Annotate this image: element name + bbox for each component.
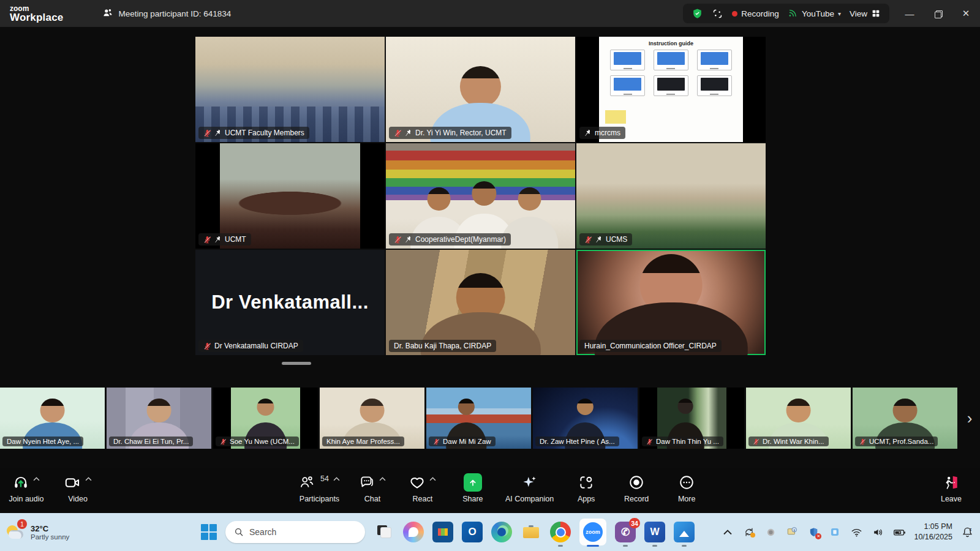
viber-icon[interactable]: 34 [615,522,636,542]
info-window-icon[interactable]: i [785,525,799,539]
chevron-up-icon[interactable] [333,477,340,481]
participant-name-tag: mcrcms [579,127,625,139]
copilot-icon[interactable] [403,522,424,542]
clock-time: 1:05 PM [914,522,952,532]
muted-mic-icon [203,342,211,350]
slide-monitor-graphic [697,75,732,96]
muted-mic-icon [220,438,227,445]
notification-bell-icon[interactable]: z [960,525,974,539]
video-tile-hurain-active-speaker[interactable]: Hurain_Communication Officer_CIRDAP [576,250,766,355]
participant-name-tag: CooperativeDept(Myanmar) [389,233,511,246]
apps-icon [578,474,594,490]
gallery-resize-handle[interactable] [282,362,311,365]
restore-button[interactable] [924,0,952,27]
tray-chevron-up-icon[interactable] [721,525,734,539]
film-tile[interactable]: Daw Nyein Htet Aye, ... [0,388,105,449]
video-tile-mcrcms-share[interactable]: Instruction guide mcrcms [576,37,766,142]
sync-icon[interactable] [742,525,756,539]
photos-icon[interactable] [674,522,695,542]
participant-name-tag: Dr. Yi Yi Win, Rector, UCMT [389,127,511,139]
taskbar-clock[interactable]: 1:05 PM 10/16/2025 [914,522,952,542]
leave-label: Leave [941,495,962,503]
defender-alert-badge: ✕ [815,533,821,539]
video-tile-babu-kaji-thapa[interactable]: Dr. Babu Kaji Thapa, CIRDAP [386,250,575,355]
film-tile[interactable]: Dr. Zaw Htet Pine ( As... [533,388,638,449]
windows-taskbar: 1 32°C Partly sunny Search zoom 34 [0,513,980,551]
film-tile[interactable]: Dr. Chaw Ei Ei Tun, Pr... [107,388,211,449]
react-button[interactable]: React [405,473,440,503]
edge-icon[interactable] [491,522,512,542]
filmstrip-next-button[interactable]: › [962,408,978,429]
participant-name: CooperativeDept(Myanmar) [415,235,506,244]
more-button[interactable]: More [669,473,704,503]
join-audio-button[interactable]: Join audio [9,473,44,503]
film-tile[interactable]: Daw Mi Mi Zaw [426,388,531,449]
film-tile[interactable]: Soe Yu Nwe (UCM... [213,388,318,449]
film-tile[interactable]: Dr. Wint War Khin... [746,388,851,449]
participant-name: Daw Mi Mi Zaw [443,438,491,445]
tray-app-icon[interactable] [764,525,777,539]
word-icon[interactable] [644,522,665,542]
recording-label: Recording [741,9,779,18]
video-tile-ucmt-faculty[interactable]: UCMT Faculty Members [195,37,385,142]
video-tile-ucms[interactable]: UCMS [576,143,766,249]
participant-name-tag: Daw Mi Mi Zaw [429,437,496,446]
connection-quality-icon[interactable] [712,8,723,20]
meeting-participant-id: Meeting participant ID: 641834 [118,9,231,18]
chevron-up-icon[interactable] [379,477,386,481]
battery-icon[interactable] [892,525,906,539]
pin-icon [584,129,592,137]
recording-indicator[interactable]: Recording [732,9,779,18]
zoom-app-icon[interactable]: zoom [579,519,606,545]
film-tile[interactable]: UCMT, Prof.Sanda... [853,388,957,449]
video-button[interactable]: Video [60,473,96,503]
video-tile-rector[interactable]: Dr. Yi Yi Win, Rector, UCMT [386,37,575,142]
leave-button[interactable]: Leave [933,473,969,503]
muted-mic-icon [433,438,440,445]
search-icon [234,527,244,537]
weather-badge: 1 [17,519,27,529]
chevron-up-icon[interactable] [33,477,40,481]
volume-icon[interactable] [871,525,884,539]
ai-companion-button[interactable]: AI Companion [505,473,554,503]
chevron-up-icon[interactable] [85,477,92,481]
taskbar-weather-widget[interactable]: 1 32°C Partly sunny [5,522,127,542]
defender-shield-icon[interactable]: ✕ [807,525,820,539]
participant-name: Dr. Babu Kaji Thapa, CIRDAP [394,342,491,350]
taskbar-search[interactable]: Search [225,521,365,543]
recording-dot-icon [732,11,737,17]
file-explorer-icon[interactable] [521,522,541,542]
task-view-icon[interactable] [374,522,394,542]
chrome-icon[interactable] [550,522,571,542]
minimize-button[interactable]: — [895,0,924,27]
titlebar: zoom Workplace Meeting participant ID: 6… [0,0,980,27]
start-button[interactable] [201,524,217,540]
more-label: More [678,495,695,503]
film-tile[interactable]: Khin Aye Mar Profess... [320,388,424,449]
participant-name: Dr. Yi Yi Win, Rector, UCMT [415,129,507,137]
share-button[interactable]: Share [455,473,491,503]
video-tile-ucmt-room[interactable]: UCMT [195,143,385,249]
livestream-indicator[interactable]: YouTube ▾ [788,7,841,20]
participants-button[interactable]: 54 Participants [299,473,340,503]
chevron-up-icon[interactable] [429,477,436,481]
participant-name-tag: Dr. Zaw Htet Pine ( As... [535,437,619,446]
tray-blue-app-icon[interactable] [828,525,842,539]
encryption-shield-icon[interactable] [692,8,703,20]
apps-button[interactable]: Apps [568,473,604,503]
video-tile-cooperative-dept[interactable]: CooperativeDept(Myanmar) [386,143,575,249]
weather-description: Partly sunny [31,533,69,541]
video-tile-venkatamallu[interactable]: Dr Venkatamall... Dr Venkatamallu CIRDAP [195,250,385,355]
muted-mic-icon [584,236,592,244]
record-button[interactable]: Record [619,473,654,503]
microsoft-store-icon[interactable] [432,522,453,542]
participant-name: Dr Venkatamallu CIRDAP [214,342,298,350]
view-button[interactable]: View [850,9,881,18]
wifi-icon[interactable] [850,525,863,539]
ai-companion-label: AI Companion [505,495,554,503]
film-tile[interactable]: Daw Thin Thin Yu ... [639,388,744,449]
close-button[interactable]: ✕ [952,0,980,27]
chat-button[interactable]: Chat [355,473,390,503]
outlook-icon[interactable] [462,522,483,542]
video-gallery: UCMT Faculty Members Dr. Yi Yi Win, Rect… [195,37,766,355]
